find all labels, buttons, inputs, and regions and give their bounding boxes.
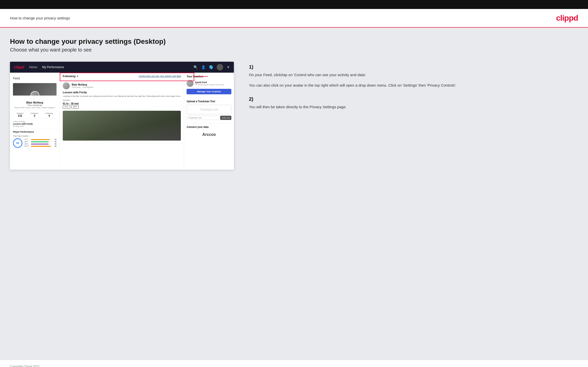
stat-followers-label: Followers: [31, 112, 38, 114]
stat-activities-label: Activities: [17, 112, 24, 114]
user-avatar[interactable]: [217, 64, 223, 70]
tpq-bar-container: [31, 141, 52, 142]
site-header: How to change your privacy settings clip…: [0, 9, 588, 28]
profile-handicap: Plus Handicap: [13, 104, 57, 106]
post-user-avatar: [63, 82, 70, 89]
tag-ott: OTT: [63, 105, 70, 109]
top-bar: [0, 0, 588, 9]
coach-avatar: [187, 80, 194, 87]
coaches-section: Your Coaches David Ford 📍 Royal North De…: [187, 75, 231, 94]
site-footer: Copyright Clippd 2022: [0, 360, 588, 367]
coaches-title: Your Coaches: [187, 75, 231, 78]
arccos-logo: Arccos: [187, 130, 231, 139]
manage-coaches-button[interactable]: Manage Your Coaches: [187, 89, 231, 94]
app-mockup-wrapper: clippd Home My Performance 🔍 👤 🌎 ▼: [10, 62, 234, 170]
profile-name: Blair McHarg: [13, 101, 57, 104]
trackman-title: Upload a Trackman Test: [187, 100, 231, 103]
profile-info: Blair McHarg Plus Handicap Royal North D…: [13, 96, 57, 111]
app-logo: clippd: [14, 65, 24, 69]
tpq-bar: [31, 139, 50, 140]
stat-followers-value: 3: [31, 114, 38, 117]
app-mockup: clippd Home My Performance 🔍 👤 🌎 ▼: [10, 62, 234, 170]
tpq-row-value: 85: [53, 141, 57, 143]
instruction-2-text: You will then be taken directly to the P…: [249, 104, 578, 110]
tpq-label: Total Player Quality ⓘ: [13, 135, 57, 137]
instruction-1-text: On your Feed, click/tap on 'Control who …: [249, 72, 578, 78]
post-tags: OTT APP: [63, 105, 181, 109]
tpq-bar-container: [31, 139, 52, 140]
tpq-bar-container: [31, 144, 52, 145]
instruction-1-number: 1): [249, 64, 578, 70]
post-image-overlay: [63, 111, 181, 141]
tpq-row-value: 96: [53, 145, 57, 147]
feed-tab[interactable]: Feed: [13, 76, 57, 81]
stat-activities-value: 131: [17, 114, 24, 117]
trackman-input[interactable]: [187, 116, 219, 120]
annotation-line: [194, 76, 208, 77]
trackman-section: Upload a Trackman Test Trackman Link Add…: [187, 97, 231, 120]
app-nav-icons: 🔍 👤 🌎 ▼: [194, 64, 230, 70]
connect-section: Connect your data Arccos: [187, 123, 231, 139]
post-user-meta: Yesterday · Sunningdale: [72, 86, 93, 88]
app-navbar: clippd Home My Performance 🔍 👤 🌎 ▼: [10, 62, 234, 73]
add-link-button[interactable]: Add Link: [220, 116, 231, 120]
tpq-circle: 92: [13, 138, 22, 148]
tag-app: APP: [71, 105, 79, 109]
chevron-down-icon[interactable]: ▼: [227, 65, 230, 69]
tpq-bar-row: OTT 90: [24, 139, 57, 140]
latest-activity-value: Lesson with Fordy: [13, 123, 57, 125]
instruction-1-extra: You can also click on your avatar in the…: [249, 82, 578, 88]
app-feed: Following ▼ Control who can see your act…: [60, 73, 184, 170]
globe-icon[interactable]: 🌎: [209, 65, 213, 69]
following-button[interactable]: Following ▼: [63, 75, 78, 78]
feed-post: Blair McHarg Yesterday · Sunningdale Les…: [60, 80, 184, 143]
coach-name: David Ford: [195, 81, 224, 84]
coach-item: David Ford 📍 Royal North Devon Golf Club: [187, 80, 231, 87]
clippd-logo: clippd: [556, 13, 578, 23]
feed-header: Following ▼ Control who can see your act…: [60, 73, 184, 80]
location-icon: 📍: [195, 84, 197, 86]
page-heading: How to change your privacy settings (Des…: [10, 38, 578, 46]
app-nav-my-performance[interactable]: My Performance: [42, 65, 64, 69]
profile-banner: [13, 83, 57, 96]
instruction-step1: 1) On your Feed, click/tap on 'Control w…: [249, 64, 578, 88]
search-icon[interactable]: 🔍: [194, 65, 198, 69]
post-image: [63, 111, 181, 141]
app-sidebar: Feed Blair McHarg Plus Handicap Royal No…: [10, 73, 60, 170]
footer-copyright: Copyright Clippd 2022: [10, 365, 40, 367]
tpq-row-label: PUTT: [24, 145, 30, 147]
latest-activity-label: Latest Activity: [13, 120, 57, 123]
post-desc: Looking to feel like my hands are exitin…: [63, 95, 181, 98]
instructions: 1) On your Feed, click/tap on 'Control w…: [244, 62, 578, 118]
post-user-name: Blair McHarg: [72, 83, 93, 86]
tpq-row-label: APP: [24, 141, 30, 143]
trackman-link-box: Trackman Link: [187, 105, 231, 114]
tpq-bar-container: [31, 146, 52, 147]
tpq-bar-row: ARG 86: [24, 143, 57, 145]
trackman-input-row: Add Link: [187, 116, 231, 120]
tpq-bar: [31, 146, 51, 147]
app-nav-home[interactable]: Home: [29, 65, 37, 69]
header-title: How to change your privacy settings: [10, 16, 70, 20]
control-link[interactable]: Control who can see your activity and da…: [139, 75, 181, 77]
instruction-2-number: 2): [249, 96, 578, 102]
profile-stats: Activities 131 Followers 3 Following 4: [13, 111, 57, 119]
content-columns: clippd Home My Performance 🔍 👤 🌎 ▼: [10, 62, 578, 170]
instruction-step2: 2) You will then be taken directly to th…: [249, 96, 578, 110]
tpq-bars: OTT 90 APP 85 ARG 86 PUTT: [24, 139, 57, 148]
app-body: Feed Blair McHarg Plus Handicap Royal No…: [10, 73, 234, 170]
stat-following-label: Following: [46, 112, 53, 114]
user-icon[interactable]: 👤: [201, 65, 205, 69]
info-icon: ⓘ: [28, 135, 30, 137]
latest-activity: Latest Activity Lesson with Fordy 03 Aug…: [13, 119, 57, 129]
page-subheading: Choose what you want people to see: [10, 47, 578, 53]
tpq-row-value: 90: [53, 139, 57, 140]
stat-followers: Followers 3: [31, 112, 38, 117]
stat-following-value: 4: [46, 114, 53, 117]
app-right-sidebar: Your Coaches David Ford 📍 Royal North De…: [184, 73, 234, 170]
main-content: How to change your privacy settings (Des…: [0, 28, 588, 360]
tpq-row-label: ARG: [24, 143, 30, 145]
tpq-bar: [31, 144, 49, 145]
coach-club: 📍 Royal North Devon Golf Club: [195, 84, 224, 86]
tpq-bar-row: APP 85: [24, 141, 57, 143]
